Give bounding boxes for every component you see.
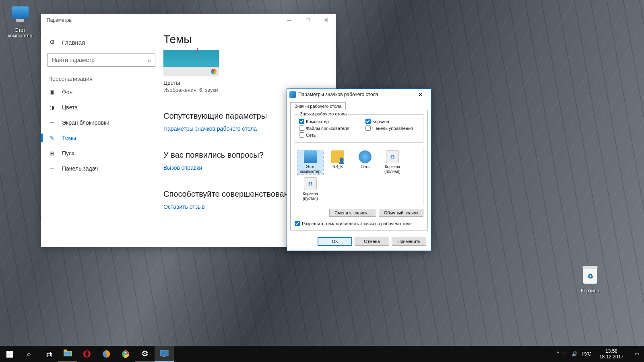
titlebar[interactable]: Параметры ─ ☐ ✕ [41,14,336,27]
search-icon: ⌕ [148,57,151,63]
search-icon: ⌕ [27,350,31,358]
tray-network-icon[interactable]: ⬚ [563,351,568,357]
search-input[interactable]: Найти параметр ⌕ [47,53,155,67]
checkbox-input[interactable] [299,125,304,131]
folder-icon [64,351,72,356]
taskbar-app-opera[interactable] [77,346,97,362]
gear-icon: ⚙ [48,39,56,46]
default-icon-button[interactable]: Обычный значок [379,209,423,217]
change-icon-button[interactable]: Сменить значок... [329,209,376,217]
taskbar: ⌕ ⚙ ˄ ⬚ 🔊 РУС 13:58 18.12.2017 ▭ [0,346,644,362]
tray-language[interactable]: РУС [582,351,591,357]
checkbox-computer[interactable]: Компьютер [299,119,357,124]
icon-item-this-pc[interactable]: Этот компьютер [297,150,323,174]
page-title: Темы [163,33,326,46]
dialog-close-button[interactable]: ✕ [413,90,429,99]
checkbox-userfiles[interactable]: Файлы пользователя [299,125,357,131]
icon-item-user[interactable]: RS_K [325,150,351,174]
chrome-icon [122,350,130,358]
recycle-bin-empty-icon [304,177,317,190]
sidebar-item-themes[interactable]: ✎ Темы [45,130,158,146]
system-tray: ˄ ⬚ 🔊 РУС 13:58 18.12.2017 ▭ [557,348,644,360]
start-icon: ⊞ [48,150,56,157]
sidebar-item-colors[interactable]: ◑ Цвета [45,100,158,115]
close-button[interactable]: ✕ [317,14,336,27]
maximize-button[interactable]: ☐ [299,14,317,27]
checkbox-input[interactable] [299,119,304,124]
sidebar-item-taskbar[interactable]: ▭ Панель задач [45,161,158,176]
taskbar-app-settings[interactable]: ⚙ [135,346,155,362]
desktop-icon-recycle-bin[interactable]: Корзина [575,265,605,294]
start-button[interactable] [0,346,19,362]
taskbar-app-personalization[interactable] [155,346,174,362]
dialog-titlebar[interactable]: Параметры значков рабочего стола ✕ [287,89,431,100]
ok-button[interactable]: ОК [318,237,352,246]
dialog-icon [289,91,296,98]
tray-volume-icon[interactable]: 🔊 [572,351,578,357]
color-wheel-icon [211,69,217,74]
checkbox-recycle[interactable]: Корзина [365,119,424,124]
sidebar-item-lockscreen[interactable]: ▭ Экран блокировки [45,115,158,130]
monitor-icon [160,350,169,357]
firefox-icon [102,350,110,358]
sidebar-item-background[interactable]: ▣ Фон [45,84,158,100]
opera-icon [83,350,91,358]
icon-item-network[interactable]: Сеть [352,150,378,174]
recycle-bin-full-icon [386,150,399,163]
tray-notifications-icon[interactable]: ▭ [632,351,642,357]
checkbox-allow-themes[interactable] [295,221,300,226]
svg-rect-7 [163,356,165,357]
icon-preview-list: Этот компьютер RS_K Сеть Корзина (полная… [295,147,423,206]
taskbar-app-firefox[interactable] [97,346,116,362]
sidebar-label: Главная [62,39,85,46]
taskbar-app-explorer[interactable] [58,346,77,362]
checkbox-input[interactable] [299,132,304,138]
tray-chevron-up-icon[interactable]: ˄ [557,351,559,357]
sidebar-item-label: Цвета [62,104,78,111]
lockscreen-icon: ▭ [48,119,56,126]
recycle-bin-icon [583,267,597,284]
dialog-title: Параметры значков рабочего стола [298,92,378,97]
checkbox-network[interactable]: Сеть [299,132,357,138]
window-title: Параметры [47,17,72,23]
sidebar-item-label: Панель задач [62,165,98,172]
search-placeholder: Найти параметр [52,57,95,63]
theme-preview-image [163,50,219,67]
theme-name: Цветы [163,80,219,86]
sidebar-item-start[interactable]: ⊞ Пуск [45,146,158,161]
allow-themes-label: Разрешить темам изменять значки на рабоч… [302,221,412,226]
sidebar-item-label: Темы [62,135,76,141]
clock-time: 13:58 [599,348,623,354]
picture-icon: ▣ [48,88,56,96]
theme-thumbnail[interactable]: Цветы Изображения: 6, звуки [163,50,219,93]
sidebar-item-label: Экран блокировки [62,119,109,126]
palette-icon: ◑ [48,104,56,111]
group-label: Значки рабочего стола [298,111,348,116]
search-button[interactable]: ⌕ [19,346,39,362]
computer-icon [304,150,317,163]
settings-sidebar: ⚙ Главная Найти параметр ⌕ Персонализаци… [41,27,162,247]
apply-button[interactable]: Применить [392,237,426,246]
svg-rect-6 [160,350,168,356]
tab-desktop-icons[interactable]: Значки рабочего стола [290,102,346,110]
checkbox-input[interactable] [365,119,371,124]
task-view-icon [46,352,51,356]
icon-item-bin-full[interactable]: Корзина (полная) [380,150,405,174]
taskbar-app-chrome[interactable] [116,346,135,362]
network-icon [359,150,372,163]
icon-item-bin-empty[interactable]: Корзина (пустая) [297,177,323,201]
checkbox-input[interactable] [365,125,371,131]
svg-point-1 [85,351,89,357]
checkbox-control-panel[interactable]: Панель управления [365,125,424,131]
desktop-icon-settings-dialog: Параметры значков рабочего стола ✕ Значк… [287,88,431,251]
task-view-button[interactable] [39,346,58,362]
desktop-icon-label: Этот компьютер [5,27,35,39]
minimize-button[interactable]: ─ [280,14,299,27]
desktop-icon-this-pc[interactable]: Этот компьютер [5,3,35,39]
cancel-button[interactable]: Отмена [355,237,389,246]
svg-point-5 [124,353,127,355]
taskbar-icon: ▭ [48,165,56,172]
desktop-icons-group: Значки рабочего стола Компьютер Корзина … [295,114,423,143]
sidebar-home[interactable]: ⚙ Главная [45,35,158,51]
tray-clock[interactable]: 13:58 18.12.2017 [595,348,627,360]
